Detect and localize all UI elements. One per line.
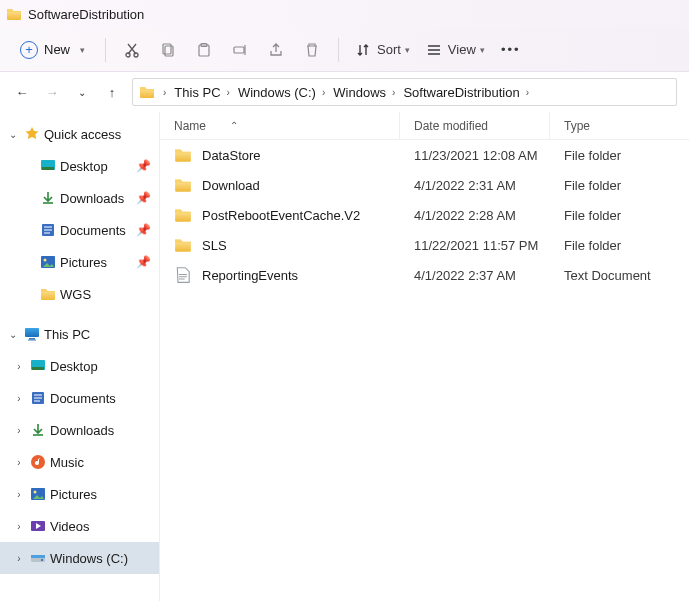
trash-icon	[304, 42, 320, 58]
drive-icon	[30, 550, 46, 566]
file-type: File folder	[550, 148, 689, 163]
sidebar-this-pc[interactable]: ⌄ This PC	[0, 318, 159, 350]
sidebar-item-pictures[interactable]: › Pictures 📌	[0, 246, 159, 278]
desktop-icon	[40, 158, 56, 174]
file-modified: 11/22/2021 11:57 PM	[400, 238, 550, 253]
sort-label: Sort	[377, 42, 401, 57]
back-button[interactable]: ←	[12, 85, 32, 100]
file-row[interactable]: SLS 11/22/2021 11:57 PM File folder	[160, 230, 689, 260]
copy-icon	[160, 42, 176, 58]
file-modified: 4/1/2022 2:28 AM	[400, 208, 550, 223]
sidebar-item-pc-pictures[interactable]: › Pictures	[0, 478, 159, 510]
file-modified: 4/1/2022 2:37 AM	[400, 268, 550, 283]
separator	[338, 38, 339, 62]
video-icon	[30, 518, 46, 534]
cut-button[interactable]	[116, 34, 148, 66]
column-modified[interactable]: Date modified	[400, 112, 550, 139]
sidebar-item-label: Music	[50, 455, 159, 470]
chevron-right-icon[interactable]: ›	[12, 521, 26, 532]
body: ⌄ Quick access › Desktop 📌 › Downloads 📌…	[0, 112, 689, 601]
plus-icon: +	[20, 41, 38, 59]
paste-icon	[196, 42, 212, 58]
picture-icon	[40, 254, 56, 270]
file-row[interactable]: ReportingEvents 4/1/2022 2:37 AM Text Do…	[160, 260, 689, 290]
monitor-icon	[24, 326, 40, 342]
folder-icon	[174, 146, 192, 164]
sidebar-item-pc-documents[interactable]: › Documents	[0, 382, 159, 414]
view-button[interactable]: View ▾	[420, 34, 491, 66]
text-file-icon	[174, 266, 192, 284]
breadcrumb-windows[interactable]: Windows›	[331, 85, 397, 100]
chevron-down-icon[interactable]: ⌄	[6, 329, 20, 340]
copy-button[interactable]	[152, 34, 184, 66]
chevron-right-icon[interactable]: ›	[12, 457, 26, 468]
file-name: PostRebootEventCache.V2	[202, 208, 360, 223]
delete-button[interactable]	[296, 34, 328, 66]
sort-indicator-icon: ⌃	[230, 120, 238, 131]
chevron-right-icon[interactable]: ›	[12, 393, 26, 404]
sidebar-item-documents[interactable]: › Documents 📌	[0, 214, 159, 246]
file-row[interactable]: DataStore 11/23/2021 12:08 AM File folde…	[160, 140, 689, 170]
breadcrumb-softwaredistribution[interactable]: SoftwareDistribution›	[401, 85, 531, 100]
folder-icon	[174, 176, 192, 194]
paste-button[interactable]	[188, 34, 220, 66]
sidebar-item-wgs[interactable]: › WGS	[0, 278, 159, 310]
up-button[interactable]: ↑	[102, 85, 122, 100]
separator	[105, 38, 106, 62]
chevron-right-icon[interactable]: ›	[12, 489, 26, 500]
sidebar-item-pc-videos[interactable]: › Videos	[0, 510, 159, 542]
file-type: File folder	[550, 208, 689, 223]
new-button[interactable]: + New ▾	[10, 34, 95, 66]
file-name: DataStore	[202, 148, 261, 163]
sidebar-item-downloads[interactable]: › Downloads 📌	[0, 182, 159, 214]
sort-button[interactable]: Sort ▾	[349, 34, 416, 66]
sidebar-item-label: Pictures	[50, 487, 159, 502]
breadcrumb-c-drive[interactable]: Windows (C:)›	[236, 85, 327, 100]
sidebar-item-desktop[interactable]: › Desktop 📌	[0, 150, 159, 182]
file-type: File folder	[550, 238, 689, 253]
recent-button[interactable]: ⌄	[72, 87, 92, 98]
view-label: View	[448, 42, 476, 57]
breadcrumb-root-chevron[interactable]: ›	[161, 87, 168, 98]
sidebar-item-label: Windows (C:)	[50, 551, 159, 566]
star-icon	[24, 126, 40, 142]
forward-button[interactable]: →	[42, 85, 62, 100]
chevron-right-icon[interactable]: ›	[12, 553, 26, 564]
sidebar-item-pc-music[interactable]: › Music	[0, 446, 159, 478]
desktop-icon	[30, 358, 46, 374]
sidebar-item-label: Downloads	[60, 191, 132, 206]
file-row[interactable]: Download 4/1/2022 2:31 AM File folder	[160, 170, 689, 200]
file-row[interactable]: PostRebootEventCache.V2 4/1/2022 2:28 AM…	[160, 200, 689, 230]
sidebar-item-pc-desktop[interactable]: › Desktop	[0, 350, 159, 382]
more-button[interactable]: •••	[495, 34, 527, 66]
nav-row: ← → ⌄ ↑ › This PC› Windows (C:)› Windows…	[0, 72, 689, 112]
chevron-down-icon: ▾	[405, 45, 410, 55]
sidebar-item-label: Documents	[60, 223, 132, 238]
breadcrumb-this-pc[interactable]: This PC›	[172, 85, 232, 100]
document-icon	[40, 222, 56, 238]
chevron-down-icon[interactable]: ⌄	[6, 129, 20, 140]
sidebar-item-label: Pictures	[60, 255, 132, 270]
folder-icon	[174, 206, 192, 224]
folder-icon	[40, 286, 56, 302]
chevron-down-icon: ▾	[80, 45, 85, 55]
sidebar-item-pc-cdrive[interactable]: › Windows (C:)	[0, 542, 159, 574]
folder-icon	[174, 236, 192, 254]
sidebar-quick-access[interactable]: ⌄ Quick access	[0, 118, 159, 150]
file-name: Download	[202, 178, 260, 193]
column-type[interactable]: Type	[550, 119, 689, 133]
document-icon	[30, 390, 46, 406]
folder-icon	[139, 84, 155, 100]
rename-button[interactable]	[224, 34, 256, 66]
window-title: SoftwareDistribution	[28, 7, 144, 22]
column-label: Type	[564, 119, 590, 133]
column-name[interactable]: Name ⌃	[160, 112, 400, 139]
breadcrumb-label: This PC	[174, 85, 220, 100]
chevron-right-icon[interactable]: ›	[12, 361, 26, 372]
address-bar[interactable]: › This PC› Windows (C:)› Windows› Softwa…	[132, 78, 677, 106]
chevron-right-icon[interactable]: ›	[12, 425, 26, 436]
sidebar-item-pc-downloads[interactable]: › Downloads	[0, 414, 159, 446]
share-button[interactable]	[260, 34, 292, 66]
pin-icon: 📌	[136, 255, 151, 269]
sort-icon	[355, 42, 371, 58]
